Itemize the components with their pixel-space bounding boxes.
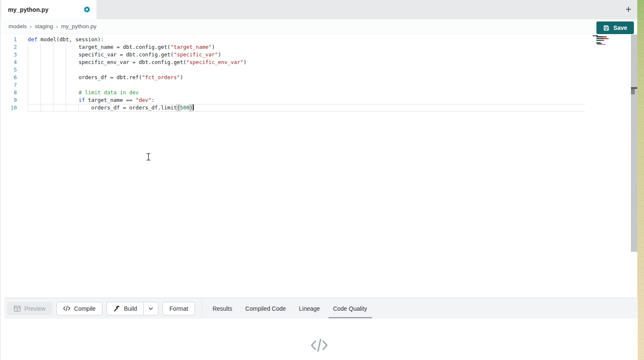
build-dropdown-button[interactable]: [143, 302, 158, 315]
table-icon: [14, 306, 21, 312]
unsaved-indicator-dot: [84, 7, 90, 12]
breadcrumb-item-staging[interactable]: staging: [35, 23, 53, 29]
tab-lineage[interactable]: Lineage: [294, 298, 325, 319]
code-editor[interactable]: 12345678910 def model(dbt, session):targ…: [1, 34, 631, 298]
code-lines[interactable]: def model(dbt, session):target_name = db…: [28, 36, 585, 112]
mouse-cursor-ibeam: [146, 153, 151, 161]
indent-guide: [53, 43, 53, 112]
code-icon: [63, 306, 70, 311]
breadcrumb-item-models[interactable]: models: [8, 23, 27, 29]
indent-guide: [40, 43, 41, 112]
toolbar-divider: [202, 299, 202, 318]
preview-button-label: Preview: [24, 305, 45, 312]
hammer-icon: [113, 305, 120, 312]
tab-results[interactable]: Results: [208, 298, 237, 319]
file-tab-my-python[interactable]: my_python.py: [1, 0, 96, 19]
tab-code-quality[interactable]: Code Quality: [329, 298, 372, 319]
minimap[interactable]: [593, 35, 619, 46]
build-button-label: Build: [124, 305, 137, 312]
indent-guide: [66, 43, 66, 112]
preview-button[interactable]: Preview: [7, 302, 52, 315]
chevron-down-icon: [147, 305, 154, 312]
code-quality-panel: [1, 319, 638, 360]
chevron-right-icon: ›: [30, 23, 32, 30]
line-numbers: 12345678910: [1, 36, 18, 112]
result-tabs: Results Compiled Code Lineage Code Quali…: [208, 298, 376, 319]
ide-screen: my_python.py + models › staging › my_pyt…: [0, 0, 644, 360]
new-tab-button[interactable]: +: [622, 3, 635, 16]
code-icon: [310, 337, 329, 353]
action-toolbar: Preview Compile: [4, 298, 638, 319]
indent-guide: [78, 104, 79, 112]
breadcrumb-item-file[interactable]: my_python.py: [61, 23, 96, 29]
tab-compiled-code[interactable]: Compiled Code: [240, 298, 291, 319]
scrollbar[interactable]: [631, 35, 637, 252]
build-button[interactable]: Build: [107, 302, 143, 315]
desktop-wallpaper-strip: [637, 0, 644, 360]
format-button-label: Format: [169, 305, 188, 312]
format-button[interactable]: Format: [163, 302, 195, 315]
plus-icon: +: [625, 4, 631, 15]
save-button[interactable]: Save: [596, 21, 634, 34]
save-button-label: Save: [613, 24, 627, 31]
breadcrumb: models › staging › my_python.py: [1, 19, 637, 34]
build-button-group: Build: [107, 302, 158, 315]
chevron-right-icon: ›: [56, 23, 58, 30]
file-tab-title: my_python.py: [8, 6, 48, 13]
floppy-icon: [603, 25, 609, 31]
compile-button[interactable]: Compile: [56, 302, 102, 315]
scrollbar-thumb[interactable]: [631, 89, 635, 94]
compile-button-label: Compile: [74, 305, 96, 312]
ide-window: my_python.py + models › staging › my_pyt…: [0, 0, 637, 360]
file-tab-bar: my_python.py +: [1, 0, 637, 19]
indent-guide: [28, 43, 28, 112]
